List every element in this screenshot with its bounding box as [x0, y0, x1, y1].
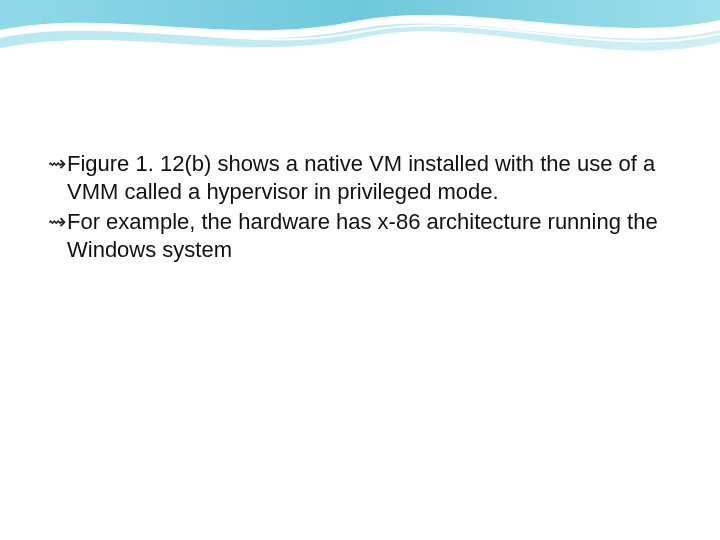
- bullet-text: Figure 1. 12(b) shows a native VM instal…: [67, 150, 672, 206]
- bullet-glyph: ⇝: [48, 150, 66, 178]
- bullet-item: ⇝ Figure 1. 12(b) shows a native VM inst…: [48, 150, 672, 206]
- bullet-item: ⇝ For example, the hardware has x-86 arc…: [48, 208, 672, 264]
- slide-body: ⇝ Figure 1. 12(b) shows a native VM inst…: [48, 150, 672, 266]
- top-wave-banner: [0, 0, 720, 90]
- bullet-glyph: ⇝: [48, 208, 66, 236]
- bullet-text: For example, the hardware has x-86 archi…: [67, 208, 672, 264]
